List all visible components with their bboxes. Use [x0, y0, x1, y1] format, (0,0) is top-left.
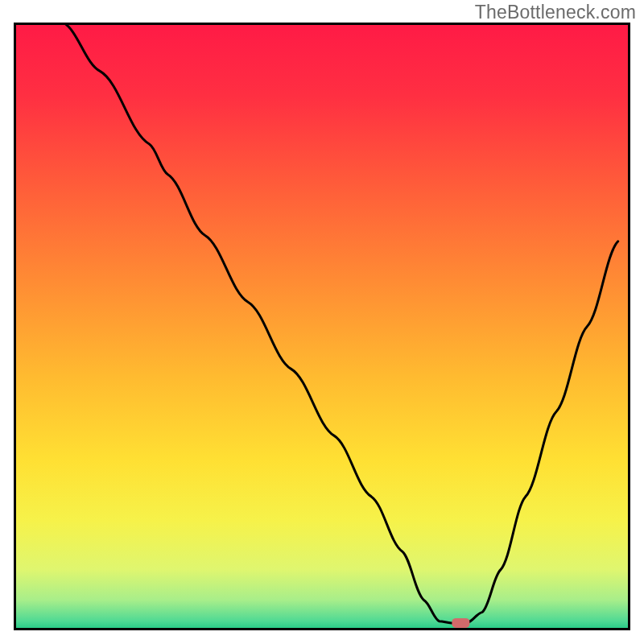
- optimal-marker: [452, 618, 469, 628]
- plot-svg: [14, 23, 630, 630]
- chart-root: TheBottleneck.com: [0, 0, 644, 644]
- gradient-background: [14, 23, 630, 630]
- watermark-label: TheBottleneck.com: [475, 2, 636, 23]
- plot-frame: [14, 23, 630, 630]
